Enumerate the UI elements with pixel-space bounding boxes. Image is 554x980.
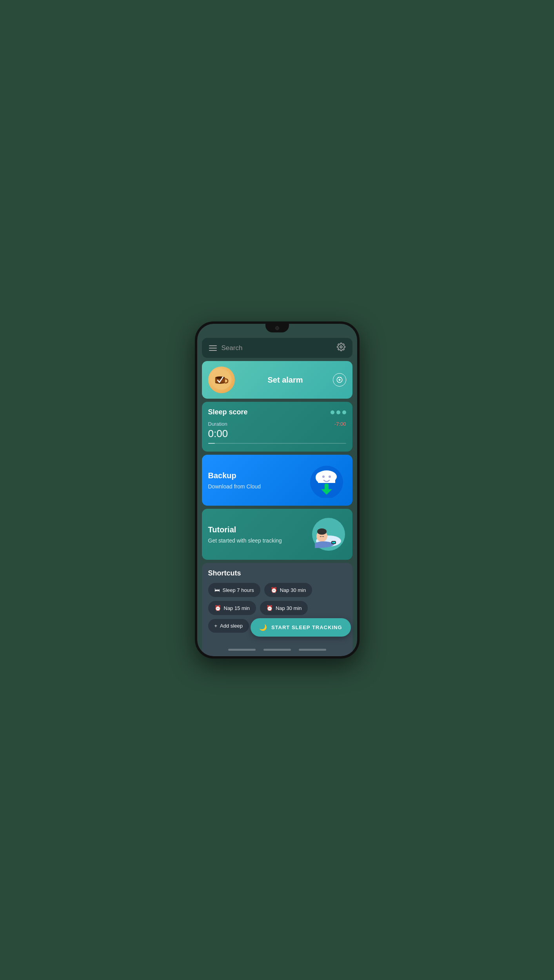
- bottom-nav-indicator: [228, 649, 326, 651]
- shortcut-nap-15-min[interactable]: ⏰ Nap 15 min: [208, 601, 256, 615]
- camera: [275, 326, 279, 330]
- nav-pill-1: [228, 649, 256, 651]
- alarm-z-icon-1: ⏰: [271, 587, 277, 593]
- settings-icon[interactable]: [337, 343, 345, 353]
- duration-value: 0:00: [208, 428, 228, 440]
- shortcuts-title: Shortcuts: [208, 569, 346, 577]
- phone-frame: Search: [195, 321, 360, 659]
- bed-icon: 🛏: [214, 587, 220, 593]
- svg-point-16: [322, 475, 325, 478]
- start-sleep-tracking-button[interactable]: 🌙 START SLEEP TRACKING: [251, 618, 351, 637]
- tutorial-text: Tutorial Get started with sleep tracking: [208, 525, 282, 544]
- sleep-score-card[interactable]: Sleep score Duration 0:00 -7:00: [202, 402, 352, 452]
- nav-pill-3: [299, 649, 326, 651]
- more-options-button[interactable]: [331, 410, 346, 414]
- duration-negative: -7:00: [334, 421, 346, 427]
- top-bar: Search: [202, 338, 352, 358]
- hamburger-line1: [209, 345, 217, 346]
- start-tracking-label: START SLEEP TRACKING: [271, 624, 342, 630]
- search-input[interactable]: Search: [222, 344, 332, 352]
- alarm-z-icon-3: ⏰: [266, 605, 273, 611]
- backup-card[interactable]: Backup Download from Cloud: [202, 455, 352, 506]
- alarm-add-icon[interactable]: [333, 373, 346, 387]
- svg-point-0: [340, 346, 342, 348]
- duration-left: Duration 0:00: [208, 421, 228, 440]
- alarm-title: Set alarm: [238, 376, 333, 385]
- backup-subtitle: Download from Cloud: [208, 483, 261, 490]
- add-sleep-button[interactable]: + Add sleep: [208, 619, 249, 633]
- score-header: Sleep score: [208, 408, 346, 416]
- svg-point-17: [329, 475, 331, 478]
- alarm-z-icon-2: ⏰: [214, 605, 221, 611]
- duration-bar-fill: [208, 443, 215, 444]
- dot2: [336, 410, 340, 414]
- backup-title: Backup: [208, 471, 261, 480]
- alarm-card[interactable]: Set alarm: [202, 361, 352, 399]
- svg-rect-25: [332, 542, 335, 543]
- alarm-coffee-image: [208, 367, 235, 393]
- phone-notch: [265, 324, 289, 332]
- backup-text: Backup Download from Cloud: [208, 471, 261, 490]
- svg-rect-15: [318, 477, 335, 483]
- shortcut-label-3: Nap 30 min: [276, 605, 302, 611]
- shortcut-nap-30-min-1[interactable]: ⏰ Nap 30 min: [264, 583, 312, 597]
- shortcut-label-0: Sleep 7 hours: [223, 587, 254, 593]
- tutorial-sleep-icon: [311, 517, 346, 552]
- add-sleep-label: Add sleep: [220, 623, 243, 629]
- tutorial-card[interactable]: Tutorial Get started with sleep tracking: [202, 509, 352, 560]
- nav-pill-2: [263, 649, 291, 651]
- shortcuts-section: Shortcuts 🛏 Sleep 7 hours ⏰ Nap 30 min ⏰…: [202, 563, 352, 656]
- shortcut-sleep-7-hours[interactable]: 🛏 Sleep 7 hours: [208, 583, 260, 597]
- phone-screen: Search: [197, 324, 357, 656]
- duration-progress-bar: [208, 443, 346, 444]
- tutorial-subtitle: Get started with sleep tracking: [208, 537, 282, 544]
- hamburger-line3: [209, 350, 217, 351]
- duration-label: Duration: [208, 421, 228, 427]
- shortcut-nap-30-min-2[interactable]: ⏰ Nap 30 min: [260, 601, 308, 615]
- cloud-download-icon: [307, 463, 346, 498]
- hamburger-line2: [209, 348, 217, 348]
- duration-row: Duration 0:00 -7:00: [208, 421, 346, 440]
- menu-button[interactable]: [209, 345, 217, 351]
- svg-point-23: [317, 528, 327, 535]
- power-button-bottom: [358, 414, 360, 434]
- dot3: [342, 410, 346, 414]
- shortcut-label-2: Nap 15 min: [224, 605, 250, 611]
- shortcut-label-1: Nap 30 min: [280, 587, 306, 593]
- dot1: [331, 410, 334, 414]
- plus-icon: +: [214, 623, 218, 629]
- volume-button: [195, 379, 196, 391]
- tutorial-title: Tutorial: [208, 525, 282, 534]
- moon-icon: 🌙: [259, 624, 267, 631]
- power-button-top: [358, 387, 360, 406]
- sleep-score-title: Sleep score: [208, 408, 248, 416]
